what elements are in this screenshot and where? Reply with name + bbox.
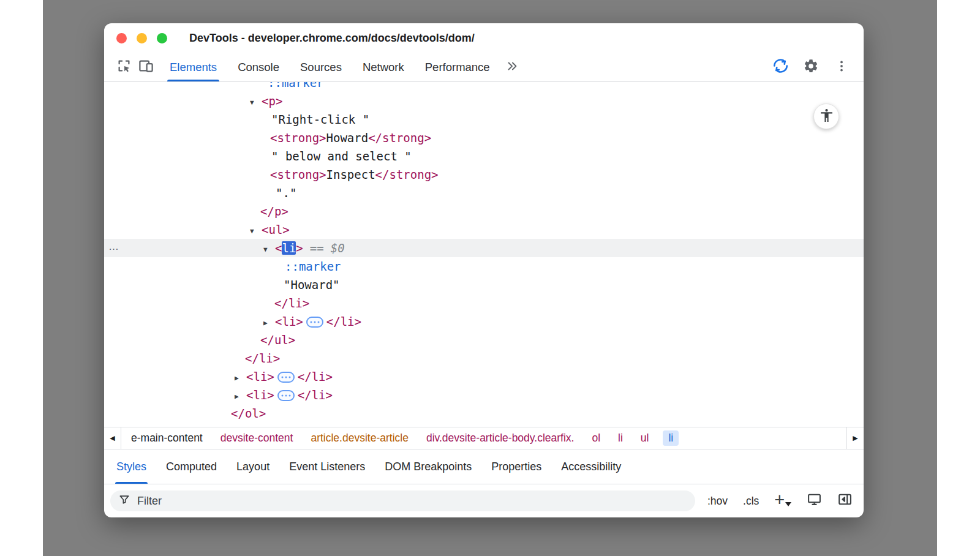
styles-tab-styles[interactable]: Styles [107, 449, 156, 484]
breadcrumb-item-e-main-content[interactable]: e-main-content [131, 432, 203, 445]
expand-arrow-icon[interactable]: ▶ [235, 369, 246, 388]
breadcrumb-item-devsite-content[interactable]: devsite-content [221, 432, 293, 445]
dom-tree-row[interactable]: </li> [104, 349, 864, 367]
dom-tree-row[interactable]: ::marker [104, 82, 864, 92]
breadcrumb-item-ul[interactable]: ul [641, 432, 649, 445]
replay-button[interactable] [769, 56, 791, 78]
dropdown-caret-icon [785, 502, 791, 506]
breadcrumb-item-li[interactable]: li [618, 432, 623, 445]
more-options-button[interactable] [831, 56, 853, 78]
dom-tree-row[interactable]: </p> [104, 202, 864, 220]
dom-row-menu-icon[interactable]: … [108, 238, 119, 256]
styles-tab-layout[interactable]: Layout [227, 449, 279, 484]
collapsed-content-icon[interactable] [277, 372, 295, 383]
tab-elements[interactable]: Elements [159, 53, 227, 81]
dom-tree-row[interactable]: ::marker [104, 257, 864, 276]
settings-button[interactable] [800, 56, 822, 78]
dom-rows: ::marker▼<p>"Right-click "<strong>Howard… [104, 82, 864, 423]
collapsed-content-icon[interactable] [306, 317, 323, 328]
main-tabs: ElementsConsoleSourcesNetworkPerformance [159, 53, 500, 81]
styles-filter-bar: :hov .cls + [104, 484, 864, 517]
tag-token: </ol> [231, 407, 266, 420]
tag-token: <li> [246, 370, 274, 383]
rendering-emulations-button[interactable] [807, 492, 822, 510]
inspect-icon [116, 58, 132, 77]
dom-tree-row[interactable]: ▶<li></li> [104, 367, 864, 386]
dom-tree-row[interactable]: "." [104, 184, 864, 202]
replay-icon [772, 57, 790, 77]
dom-tree-row[interactable]: ▶<li></li> [104, 312, 864, 331]
tab-sources[interactable]: Sources [290, 53, 352, 81]
tag-token: </strong> [368, 131, 431, 145]
breadcrumb-scroll-right-button[interactable]: ▶ [846, 427, 864, 449]
styles-toolbar-controls: :hov .cls + [707, 492, 853, 510]
close-button[interactable] [116, 33, 127, 43]
text-token: " below and select " [271, 149, 412, 163]
dom-tree-row[interactable]: "Right-click " [104, 110, 864, 129]
collapse-arrow-icon[interactable]: ▼ [250, 94, 262, 112]
monitor-icon [807, 497, 822, 509]
breadcrumb-item-li[interactable]: li [663, 430, 679, 446]
breadcrumb-item-ol[interactable]: ol [592, 432, 600, 445]
toggle-sidebar-button[interactable] [837, 492, 853, 510]
text-token: Inspect [326, 168, 375, 181]
tag-token: </li> [298, 370, 333, 383]
dom-tree-row[interactable]: <strong>Howard</strong> [104, 129, 864, 147]
filter-field[interactable] [110, 490, 695, 511]
window-title: DevTools - developer.chrome.com/docs/dev… [189, 32, 475, 45]
dom-tree-row[interactable]: " below and select " [104, 147, 864, 165]
new-style-rule-button[interactable]: + [774, 493, 791, 509]
toggle-element-state-button[interactable]: :hov [707, 495, 728, 508]
toggle-sidebar-icon [837, 497, 853, 509]
dom-tree-row[interactable]: ▶<li></li> [104, 386, 864, 404]
collapse-arrow-icon[interactable]: ▼ [250, 222, 262, 241]
dom-tree-row[interactable]: </ul> [104, 331, 864, 349]
dom-tree-row[interactable]: <strong>Inspect</strong> [104, 165, 864, 184]
tab-network[interactable]: Network [352, 53, 415, 81]
tab-performance[interactable]: Performance [415, 53, 500, 81]
styles-tab-accessibility[interactable]: Accessibility [551, 449, 631, 484]
styles-tab-computed[interactable]: Computed [156, 449, 227, 484]
expand-arrow-icon[interactable]: ▶ [263, 314, 275, 332]
filter-input[interactable] [136, 494, 690, 508]
breadcrumb-bar: ◀ e-main-contentdevsite-contentarticle.d… [104, 427, 864, 449]
dom-tree-row[interactable]: …▼<li>==$0 [104, 239, 864, 257]
breadcrumb-item-div-devsite-article-body-clearfix[interactable]: div.devsite-article-body.clearfix. [426, 432, 575, 445]
pseudo-token: ::marker [285, 260, 341, 273]
gear-icon [803, 58, 819, 77]
devtools-window: DevTools - developer.chrome.com/docs/dev… [104, 23, 864, 517]
breadcrumb-scroll-left-button[interactable]: ◀ [104, 427, 121, 449]
collapsed-content-icon[interactable] [277, 390, 295, 401]
element-classes-button[interactable]: .cls [743, 495, 759, 508]
dom-tree-row[interactable]: "Howard" [104, 276, 864, 294]
pseudo-token: ::marker [268, 82, 324, 89]
dollar-token: $0 [331, 241, 345, 255]
tab-console[interactable]: Console [227, 53, 290, 81]
text-token: Howard [326, 131, 369, 145]
collapse-arrow-icon[interactable]: ▼ [263, 241, 275, 259]
expand-arrow-icon[interactable]: ▶ [235, 388, 246, 406]
tag-token: <li> [275, 315, 303, 328]
minimize-button[interactable] [137, 33, 147, 43]
styles-tab-event-listeners[interactable]: Event Listeners [279, 449, 375, 484]
styles-tab-dom-breakpoints[interactable]: DOM Breakpoints [375, 449, 481, 484]
dom-tree-row[interactable]: ▼<ul> [104, 220, 864, 239]
styles-tab-properties[interactable]: Properties [481, 449, 551, 484]
double-chevron-icon [505, 59, 519, 75]
tag-token: <strong> [270, 168, 326, 181]
inspect-element-button[interactable] [113, 56, 135, 78]
dom-tree-row[interactable]: ▼<p> [104, 92, 864, 110]
more-tabs-button[interactable] [500, 59, 524, 75]
dom-tree-row[interactable]: </ol> [104, 404, 864, 423]
eq-token: == [310, 241, 324, 255]
device-toolbar-icon [138, 58, 154, 77]
accessibility-button[interactable] [813, 103, 839, 129]
breadcrumb-item-article-devsite-article[interactable]: article.devsite-article [311, 432, 409, 445]
dom-tree-row[interactable]: </li> [104, 294, 864, 312]
window-titlebar: DevTools - developer.chrome.com/docs/dev… [104, 23, 864, 53]
tag-token: </li> [298, 388, 333, 402]
zoom-button[interactable] [157, 33, 167, 43]
tag-token: <strong> [270, 131, 326, 145]
main-toolbar: ElementsConsoleSourcesNetworkPerformance [104, 53, 864, 82]
device-toolbar-button[interactable] [135, 56, 157, 78]
